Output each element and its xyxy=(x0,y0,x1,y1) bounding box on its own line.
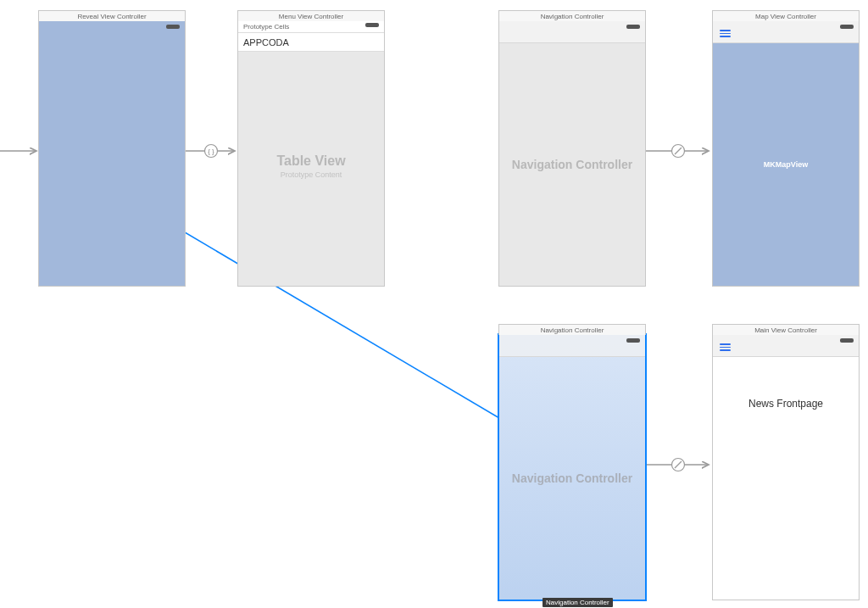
svg-point-2 xyxy=(205,145,218,158)
svg-point-8 xyxy=(672,459,685,471)
navigation-bar[interactable] xyxy=(499,21,645,43)
scene-menu[interactable]: Menu View Controller Prototype Cells APP… xyxy=(237,20,385,287)
scene-title: Navigation Controller xyxy=(498,324,646,335)
menu-icon[interactable] xyxy=(720,28,731,39)
navigation-bar[interactable] xyxy=(713,21,859,43)
scene-nav1[interactable]: Navigation Controller Navigation Control… xyxy=(498,20,646,287)
first-responder-icon[interactable] xyxy=(166,25,180,29)
first-responder-icon[interactable] xyxy=(626,338,640,343)
main-view[interactable]: News Frontpage xyxy=(713,357,859,600)
menu-icon[interactable] xyxy=(720,342,731,353)
scene-nav2[interactable]: Navigation Controller Navigation Control… xyxy=(498,334,646,600)
first-responder-icon[interactable] xyxy=(365,23,379,27)
svg-text:{ }: { } xyxy=(208,148,214,155)
scene-main[interactable]: Main View Controller News Frontpage xyxy=(712,334,860,600)
prototype-cell[interactable]: APPCODA xyxy=(238,33,384,52)
navigation-bar[interactable] xyxy=(499,335,645,357)
mkmapview[interactable]: MKMapView xyxy=(713,43,859,286)
scene-title: Map View Controller xyxy=(712,10,860,21)
scene-map[interactable]: Map View Controller MKMapView xyxy=(712,20,860,287)
tableview-placeholder: Table View xyxy=(238,153,384,169)
scene-title: Main View Controller xyxy=(712,324,860,335)
scene-title: Navigation Controller xyxy=(498,10,646,21)
storyboard-canvas[interactable]: { } Reveal View Controller Menu View Con… xyxy=(0,0,868,608)
reveal-view[interactable] xyxy=(39,21,185,286)
nav-placeholder-view[interactable]: Navigation Controller xyxy=(499,43,645,286)
scene-title: Reveal View Controller xyxy=(38,10,186,21)
navigation-bar[interactable] xyxy=(713,335,859,357)
scene-title: Menu View Controller xyxy=(237,10,385,21)
svg-line-9 xyxy=(675,461,682,468)
svg-line-6 xyxy=(675,148,682,154)
nav-placeholder-view[interactable]: Navigation Controller xyxy=(499,357,645,600)
navcontroller-placeholder: Navigation Controller xyxy=(512,158,632,171)
tableview-placeholder-sub: Prototype Content xyxy=(238,170,384,179)
drag-tooltip: Navigation Controller xyxy=(542,598,613,607)
news-title-label: News Frontpage xyxy=(713,398,859,410)
first-responder-icon[interactable] xyxy=(840,338,854,343)
first-responder-icon[interactable] xyxy=(840,25,854,29)
svg-point-5 xyxy=(672,145,685,158)
navcontroller-placeholder: Navigation Controller xyxy=(512,471,632,485)
table-view[interactable]: Table View Prototype Content xyxy=(238,52,384,286)
scene-reveal[interactable]: Reveal View Controller xyxy=(38,20,186,287)
prototype-cells-header: Prototype Cells xyxy=(238,21,384,33)
first-responder-icon[interactable] xyxy=(626,25,640,29)
mapview-placeholder: MKMapView xyxy=(764,160,808,169)
